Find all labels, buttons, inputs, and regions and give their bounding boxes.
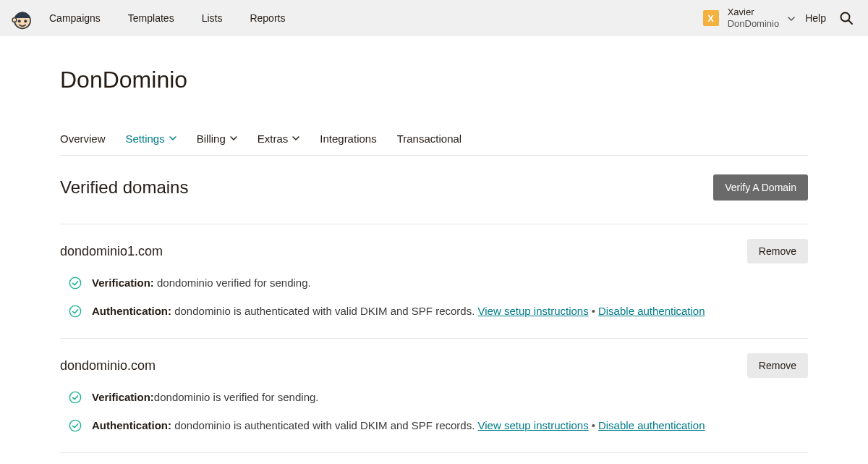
authentication-row: Authentication: dondominio is authentica…: [60, 303, 808, 320]
authentication-label: Authentication:: [92, 305, 171, 317]
verification-row: Verification: dondominio verified for se…: [60, 275, 808, 292]
chevron-down-icon: [169, 135, 176, 143]
user-org: DonDominio: [728, 18, 780, 30]
svg-point-9: [69, 420, 80, 431]
domain-header: dondominio1.com Remove: [60, 239, 808, 263]
svg-point-4: [841, 13, 850, 22]
verification-text: dondominio is verified for sending.: [154, 391, 319, 403]
tab-label: Overview: [60, 132, 106, 145]
check-circle-icon: [69, 305, 82, 318]
domain-block: dondominio.com Remove Verification:dondo…: [60, 339, 808, 453]
chevron-down-icon: [292, 135, 299, 143]
view-setup-link[interactable]: View setup instructions: [478, 305, 589, 317]
tab-overview[interactable]: Overview: [60, 132, 106, 145]
view-setup-link[interactable]: View setup instructions: [478, 419, 589, 431]
disable-auth-link[interactable]: Disable authentication: [598, 419, 705, 431]
separator: •: [592, 419, 595, 431]
authentication-text: dondominio is authenticated with valid D…: [171, 305, 478, 317]
domain-name: dondominio1.com: [60, 244, 163, 259]
disable-auth-link[interactable]: Disable authentication: [598, 305, 705, 317]
svg-point-1: [18, 20, 21, 22]
user-avatar-initial: X: [703, 10, 719, 26]
verification-text: dondominio verified for sending.: [154, 277, 311, 289]
domain-name: dondominio.com: [60, 358, 156, 374]
svg-line-5: [849, 21, 853, 25]
search-icon[interactable]: [839, 11, 854, 25]
svg-point-8: [69, 392, 80, 402]
check-circle-icon: [69, 391, 82, 404]
verify-domain-button[interactable]: Verify A Domain: [713, 174, 808, 201]
user-menu[interactable]: X Xavier DonDominio: [703, 7, 796, 29]
page-content: DonDominio Overview Settings Billing Ext…: [60, 67, 808, 464]
svg-point-3: [12, 18, 17, 22]
top-nav: Campaigns Templates Lists Reports: [49, 12, 285, 24]
authentication-text: dondominio is authenticated with valid D…: [171, 419, 478, 431]
help-link[interactable]: Help: [805, 12, 826, 24]
tab-label: Billing: [197, 132, 226, 145]
page-title: DonDominio: [60, 67, 808, 93]
remove-button[interactable]: Remove: [747, 353, 808, 378]
verification-row: Verification:dondominio is verified for …: [60, 389, 808, 406]
domain-block: dondominio1.com Remove Verification: don…: [60, 224, 808, 339]
domain-header: dondominio.com Remove: [60, 353, 808, 378]
svg-point-7: [69, 305, 80, 316]
nav-templates[interactable]: Templates: [128, 12, 174, 24]
svg-point-6: [69, 277, 80, 288]
user-label: Xavier DonDominio: [728, 7, 780, 29]
tab-billing[interactable]: Billing: [197, 132, 237, 145]
chevron-down-icon: [230, 135, 237, 143]
tab-label: Settings: [126, 132, 165, 145]
tab-settings[interactable]: Settings: [126, 132, 176, 145]
nav-reports[interactable]: Reports: [250, 12, 285, 24]
tab-transactional[interactable]: Transactional: [397, 132, 462, 145]
section-header: Verified domains Verify A Domain: [60, 174, 808, 224]
remove-button[interactable]: Remove: [747, 239, 808, 263]
chevron-down-icon: [788, 12, 795, 25]
section-title: Verified domains: [60, 177, 188, 198]
separator: •: [592, 305, 595, 317]
tab-label: Transactional: [397, 132, 462, 145]
tab-extras[interactable]: Extras: [258, 132, 300, 145]
verification-label: Verification:: [92, 277, 154, 289]
authentication-label: Authentication:: [92, 419, 171, 431]
check-circle-icon: [69, 277, 82, 290]
tab-integrations[interactable]: Integrations: [320, 132, 376, 145]
user-name: Xavier: [728, 7, 780, 18]
brand-logo[interactable]: [9, 4, 36, 32]
nav-campaigns[interactable]: Campaigns: [49, 12, 101, 24]
tab-label: Integrations: [320, 132, 376, 145]
topbar: Campaigns Templates Lists Reports X Xavi…: [0, 0, 868, 36]
check-circle-icon: [69, 419, 82, 432]
nav-lists[interactable]: Lists: [202, 12, 223, 24]
tabs: Overview Settings Billing Extras Integra…: [60, 132, 808, 156]
verification-label: Verification:: [92, 391, 154, 403]
svg-point-2: [24, 20, 27, 22]
authentication-row: Authentication: dondominio is authentica…: [60, 418, 808, 434]
tab-label: Extras: [258, 132, 289, 145]
